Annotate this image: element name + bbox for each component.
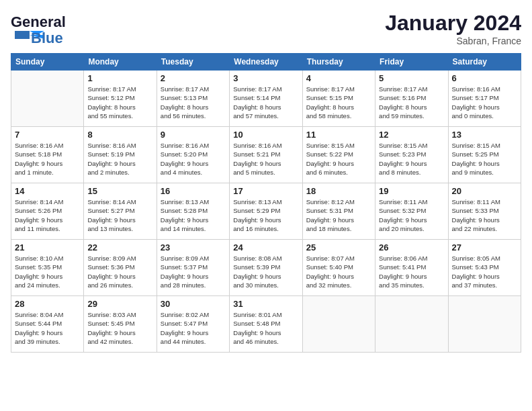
col-thursday: Thursday <box>302 54 375 71</box>
day-number: 16 <box>161 186 226 196</box>
day-info: Sunrise: 8:16 AMSunset: 5:18 PMDaylight:… <box>15 141 80 177</box>
calendar-cell: 25Sunrise: 8:07 AMSunset: 5:40 PMDayligh… <box>302 240 375 296</box>
day-info: Sunrise: 8:14 AMSunset: 5:26 PMDaylight:… <box>15 197 80 233</box>
calendar-cell <box>11 71 84 127</box>
day-number: 4 <box>306 73 371 83</box>
day-info: Sunrise: 8:04 AMSunset: 5:44 PMDaylight:… <box>15 310 80 346</box>
day-info: Sunrise: 8:16 AMSunset: 5:21 PMDaylight:… <box>233 141 298 177</box>
day-info: Sunrise: 8:17 AMSunset: 5:15 PMDaylight:… <box>306 85 371 120</box>
calendar-cell: 28Sunrise: 8:04 AMSunset: 5:44 PMDayligh… <box>11 296 84 353</box>
day-number: 13 <box>452 130 517 140</box>
day-info: Sunrise: 8:02 AMSunset: 5:47 PMDaylight:… <box>161 310 226 346</box>
day-info: Sunrise: 8:03 AMSunset: 5:45 PMDaylight:… <box>87 310 152 346</box>
title-block: January 2024 Sabran, France <box>385 11 521 46</box>
day-info: Sunrise: 8:16 AMSunset: 5:19 PMDaylight:… <box>87 141 152 177</box>
day-number: 3 <box>233 73 298 83</box>
header: General Blue January 2024 Sabran, France <box>11 11 521 46</box>
col-sunday: Sunday <box>11 54 84 71</box>
calendar-cell: 7Sunrise: 8:16 AMSunset: 5:18 PMDaylight… <box>11 127 84 183</box>
day-number: 17 <box>233 186 298 196</box>
day-number: 22 <box>87 242 152 253</box>
day-number: 21 <box>15 242 80 253</box>
day-number: 18 <box>306 186 371 196</box>
day-info: Sunrise: 8:15 AMSunset: 5:23 PMDaylight:… <box>379 141 444 177</box>
calendar-cell: 20Sunrise: 8:11 AMSunset: 5:33 PMDayligh… <box>448 183 521 240</box>
calendar-cell: 4Sunrise: 8:17 AMSunset: 5:15 PMDaylight… <box>302 71 375 127</box>
day-info: Sunrise: 8:06 AMSunset: 5:41 PMDaylight:… <box>379 254 444 289</box>
calendar-cell: 14Sunrise: 8:14 AMSunset: 5:26 PMDayligh… <box>11 183 84 240</box>
calendar-cell: 5Sunrise: 8:17 AMSunset: 5:16 PMDaylight… <box>375 71 448 127</box>
calendar-cell: 27Sunrise: 8:05 AMSunset: 5:43 PMDayligh… <box>448 240 521 296</box>
calendar-cell <box>375 296 448 353</box>
day-number: 31 <box>233 299 298 309</box>
svg-text:Blue: Blue <box>31 30 63 44</box>
calendar-cell: 31Sunrise: 8:01 AMSunset: 5:48 PMDayligh… <box>230 296 302 353</box>
day-number: 9 <box>161 130 226 140</box>
day-info: Sunrise: 8:10 AMSunset: 5:35 PMDaylight:… <box>15 254 80 289</box>
day-info: Sunrise: 8:09 AMSunset: 5:36 PMDaylight:… <box>87 254 152 289</box>
col-wednesday: Wednesday <box>230 54 302 71</box>
day-number: 11 <box>306 130 371 140</box>
location-subtitle: Sabran, France <box>385 36 521 46</box>
day-number: 14 <box>15 186 80 196</box>
day-info: Sunrise: 8:11 AMSunset: 5:32 PMDaylight:… <box>379 197 444 233</box>
day-info: Sunrise: 8:07 AMSunset: 5:40 PMDaylight:… <box>306 254 371 289</box>
calendar-cell: 10Sunrise: 8:16 AMSunset: 5:21 PMDayligh… <box>230 127 302 183</box>
calendar-week-4: 21Sunrise: 8:10 AMSunset: 5:35 PMDayligh… <box>11 240 521 296</box>
calendar-cell: 21Sunrise: 8:10 AMSunset: 5:35 PMDayligh… <box>11 240 84 296</box>
calendar-table: Sunday Monday Tuesday Wednesday Thursday… <box>11 53 521 353</box>
day-number: 6 <box>452 73 517 83</box>
header-row: Sunday Monday Tuesday Wednesday Thursday… <box>11 54 521 71</box>
day-info: Sunrise: 8:05 AMSunset: 5:43 PMDaylight:… <box>452 254 517 289</box>
month-title: January 2024 <box>385 11 521 36</box>
day-number: 8 <box>87 130 152 140</box>
calendar-cell: 6Sunrise: 8:16 AMSunset: 5:17 PMDaylight… <box>448 71 521 127</box>
calendar-cell: 23Sunrise: 8:09 AMSunset: 5:37 PMDayligh… <box>157 240 229 296</box>
day-info: Sunrise: 8:12 AMSunset: 5:31 PMDaylight:… <box>306 197 371 233</box>
day-info: Sunrise: 8:16 AMSunset: 5:20 PMDaylight:… <box>161 141 226 177</box>
calendar-cell: 19Sunrise: 8:11 AMSunset: 5:32 PMDayligh… <box>375 183 448 240</box>
day-number: 20 <box>452 186 517 196</box>
day-number: 24 <box>233 242 298 253</box>
day-info: Sunrise: 8:14 AMSunset: 5:27 PMDaylight:… <box>87 197 152 233</box>
day-number: 29 <box>87 299 152 309</box>
calendar-cell: 15Sunrise: 8:14 AMSunset: 5:27 PMDayligh… <box>84 183 157 240</box>
col-saturday: Saturday <box>448 54 521 71</box>
day-info: Sunrise: 8:13 AMSunset: 5:29 PMDaylight:… <box>233 197 298 233</box>
day-number: 27 <box>452 242 517 253</box>
calendar-week-1: 1Sunrise: 8:17 AMSunset: 5:12 PMDaylight… <box>11 71 521 127</box>
svg-marker-1 <box>15 31 30 39</box>
day-number: 30 <box>161 299 226 309</box>
day-number: 19 <box>379 186 444 196</box>
day-info: Sunrise: 8:01 AMSunset: 5:48 PMDaylight:… <box>233 310 298 346</box>
calendar-cell: 12Sunrise: 8:15 AMSunset: 5:23 PMDayligh… <box>375 127 448 183</box>
calendar-cell <box>302 296 375 353</box>
col-monday: Monday <box>84 54 157 71</box>
day-info: Sunrise: 8:11 AMSunset: 5:33 PMDaylight:… <box>452 197 517 233</box>
day-info: Sunrise: 8:09 AMSunset: 5:37 PMDaylight:… <box>161 254 226 289</box>
day-info: Sunrise: 8:17 AMSunset: 5:13 PMDaylight:… <box>161 85 226 120</box>
calendar-cell: 3Sunrise: 8:17 AMSunset: 5:14 PMDaylight… <box>230 71 302 127</box>
calendar-week-5: 28Sunrise: 8:04 AMSunset: 5:44 PMDayligh… <box>11 296 521 353</box>
calendar-cell <box>448 296 521 353</box>
day-number: 15 <box>87 186 152 196</box>
calendar-cell: 18Sunrise: 8:12 AMSunset: 5:31 PMDayligh… <box>302 183 375 240</box>
day-info: Sunrise: 8:13 AMSunset: 5:28 PMDaylight:… <box>161 197 226 233</box>
calendar-cell: 9Sunrise: 8:16 AMSunset: 5:20 PMDaylight… <box>157 127 229 183</box>
day-info: Sunrise: 8:17 AMSunset: 5:14 PMDaylight:… <box>233 85 298 120</box>
day-number: 2 <box>161 73 226 83</box>
logo: General Blue <box>11 11 85 44</box>
day-number: 12 <box>379 130 444 140</box>
day-number: 26 <box>379 242 444 253</box>
calendar-cell: 30Sunrise: 8:02 AMSunset: 5:47 PMDayligh… <box>157 296 229 353</box>
calendar-cell: 8Sunrise: 8:16 AMSunset: 5:19 PMDaylight… <box>84 127 157 183</box>
logo-svg: General Blue <box>11 11 85 44</box>
day-number: 1 <box>87 73 152 83</box>
svg-text:General: General <box>11 13 66 30</box>
day-number: 28 <box>15 299 80 309</box>
day-number: 23 <box>161 242 226 253</box>
calendar-cell: 11Sunrise: 8:15 AMSunset: 5:22 PMDayligh… <box>302 127 375 183</box>
day-number: 10 <box>233 130 298 140</box>
calendar-cell: 1Sunrise: 8:17 AMSunset: 5:12 PMDaylight… <box>84 71 157 127</box>
col-tuesday: Tuesday <box>157 54 229 71</box>
